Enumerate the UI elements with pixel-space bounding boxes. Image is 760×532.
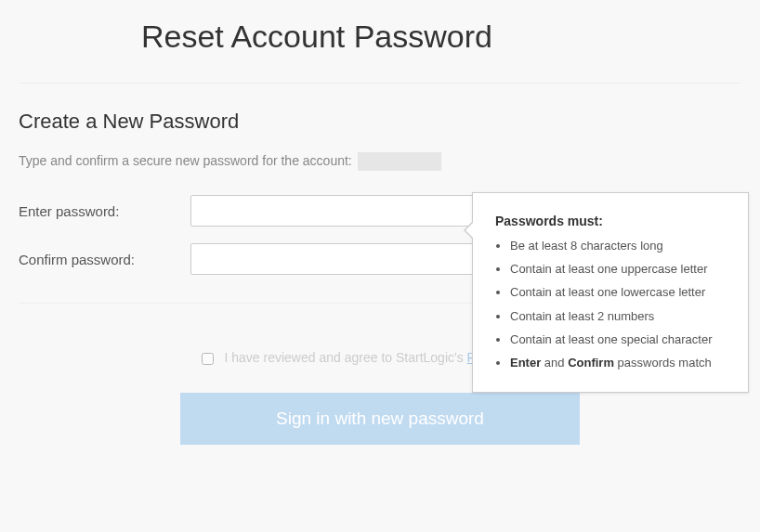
rule-match-and: and [541,356,568,370]
rule-numbers: Contain at least 2 numbers [510,308,731,325]
agreement-checkbox[interactable] [202,353,214,365]
instruction-label: Type and confirm a secure new password f… [19,153,352,168]
tooltip-title: Passwords must: [495,214,731,228]
rule-special: Contain at least one special character [510,331,731,348]
rule-lowercase: Contain at least one lowercase letter [510,284,731,301]
rule-uppercase: Contain at least one uppercase letter [510,261,731,278]
rule-match-confirm: Confirm [568,356,614,370]
agreement-prefix: I have reviewed and agree to StartLogic'… [225,350,467,365]
enter-password-input[interactable] [190,195,497,227]
section-title: Create a New Password [0,84,760,134]
enter-password-label: Enter password: [19,203,190,219]
password-requirements-tooltip: Passwords must: Be at least 8 characters… [472,192,749,393]
account-redacted [358,152,441,171]
instruction-text: Type and confirm a secure new password f… [0,134,760,171]
page-title: Reset Account Password [0,0,760,55]
rule-match-tail: passwords match [614,356,712,370]
confirm-password-input[interactable] [190,243,497,275]
rule-match-enter: Enter [510,356,541,370]
rule-length: Be at least 8 characters long [510,238,731,254]
rule-match: Enter and Confirm passwords match [510,355,731,371]
sign-in-button[interactable]: Sign in with new password [180,393,580,445]
confirm-password-label: Confirm password: [19,252,190,267]
tooltip-rules-list: Be at least 8 characters long Contain at… [495,238,731,371]
